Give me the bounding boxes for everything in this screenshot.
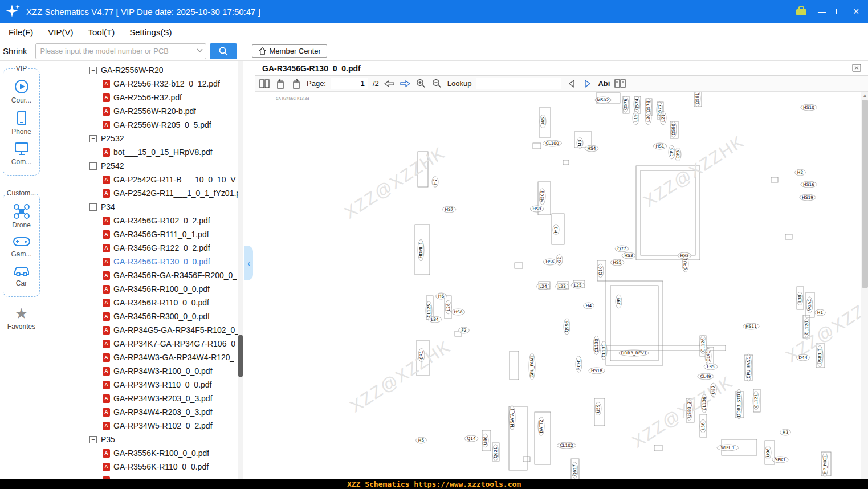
rotate-left-icon[interactable] (275, 78, 286, 89)
tree-scrollbar-thumb[interactable] (238, 335, 243, 377)
svg-text:CP3: CP3 (675, 150, 680, 159)
svg-text:CPU_FAN1: CPU_FAN1 (746, 357, 751, 378)
pdf-file-icon: A (103, 422, 110, 430)
svg-text:BATT2: BATT2 (539, 419, 544, 433)
zoom-out-icon[interactable] (431, 78, 443, 89)
tree-file[interactable]: AGA-R3456G-R122_0_2.pdf (43, 241, 255, 255)
sidebar-item-car[interactable]: Car (3, 264, 39, 287)
tree-group[interactable]: −P34 (43, 200, 255, 214)
component-label: DDR3_REV1 (619, 350, 649, 356)
document-tab[interactable]: GA-R3456G-R130_0_0.pdf (255, 64, 369, 73)
tree-group[interactable]: −P2542 (43, 159, 255, 173)
tree-file[interactable]: AGA-R2556W-R205_0_5.pdf (43, 118, 255, 132)
tree-file[interactable]: AGA-RP34W3-R203_0_3.pdf (43, 392, 255, 405)
menu-file[interactable]: File(F) (9, 27, 33, 37)
find-previous-icon[interactable] (566, 78, 577, 89)
component-label: L36 (700, 419, 706, 433)
tree-file[interactable]: AGA-RP34W3-R100_0_0.pdf (43, 364, 255, 378)
collapse-tree-handle[interactable]: ‹ (244, 246, 253, 280)
tree-file[interactable]: AGA-RP34W5-R102_0_2.pdf (43, 419, 255, 433)
zoom-in-icon[interactable] (415, 78, 427, 89)
tree-file[interactable]: AGA-RP34W3-GA-RP34W4-R120_ (43, 351, 255, 364)
tree-file[interactable]: AGA-R3456R-R110_0_0.pdf (43, 296, 255, 309)
search-input[interactable] (35, 43, 206, 59)
schematic-canvas[interactable]: GA-R3456G-R13.3d (255, 92, 861, 479)
two-page-view-icon[interactable] (259, 78, 270, 89)
svg-text:SPK1: SPK1 (775, 457, 786, 462)
svg-text:HS19: HS19 (802, 195, 813, 200)
tree-file[interactable]: AGA-R2556-R32.pdf (43, 91, 255, 104)
thumbnail-view-icon[interactable] (614, 78, 626, 89)
sidebar-item-favorites[interactable]: ★ Favorites (0, 306, 43, 331)
lookup-input[interactable] (476, 78, 561, 89)
chevron-down-icon[interactable] (197, 48, 203, 52)
tree-file[interactable]: AGA-R3456R-R100_0_0.pdf (43, 282, 255, 296)
pdf-scrollbar-thumb[interactable] (862, 100, 868, 288)
search-button[interactable] (210, 43, 237, 59)
svg-text:HS7: HS7 (445, 207, 453, 212)
close-button[interactable]: ✕ (847, 3, 865, 19)
collapse-node-icon[interactable]: − (89, 203, 97, 211)
component-label: CR1 (418, 348, 425, 361)
text-select-tool[interactable]: Abi (598, 79, 610, 88)
tree-file[interactable]: AGA-P2542G-R11___1_0_1_fYz01.p (43, 186, 255, 200)
svg-text:L25: L25 (574, 283, 582, 288)
briefcase-icon[interactable] (793, 3, 810, 19)
collapse-node-icon[interactable]: − (89, 162, 97, 170)
tree-file[interactable]: AGA-R3456R-R300_0_0.pdf (43, 309, 255, 323)
component-label: D44 (796, 354, 809, 361)
collapse-node-icon[interactable]: − (89, 67, 97, 74)
menu-settings[interactable]: Settings(S) (129, 27, 172, 37)
component-label: HS1 (653, 143, 666, 149)
scroll-up-arrow[interactable]: ▲ (861, 92, 868, 99)
search-toolbar: Shrink Member Center (0, 42, 868, 61)
tree-group[interactable]: −P2532 (43, 132, 255, 145)
tree-file[interactable]: AGA-RP34K7-GA-RP34G7-R106_0_ (43, 337, 255, 351)
tree-group[interactable]: −GA-R2556W-R20 (43, 63, 255, 77)
play-circle-icon (14, 79, 30, 95)
sidebar-item-computer[interactable]: Com... (3, 141, 39, 166)
collapse-node-icon[interactable]: − (89, 436, 97, 443)
close-document-icon[interactable] (852, 64, 861, 72)
tree-file[interactable]: AGA-RP34W4-R203_0_3.pdf (43, 405, 255, 419)
pdf-scrollbar[interactable]: ▲ (861, 92, 868, 479)
tree-file[interactable]: A (43, 474, 255, 479)
rotate-right-icon[interactable] (291, 78, 302, 89)
sidebar-item-course[interactable]: Cour... (3, 79, 39, 104)
tree-file[interactable]: AGA-R3456G-R130_0_0.pdf (43, 255, 255, 268)
tree-scrollbar[interactable] (238, 61, 243, 479)
previous-page-icon[interactable] (384, 78, 395, 89)
svg-text:Q574: Q574 (634, 99, 639, 110)
sidebar-item-drone[interactable]: Drone (3, 203, 39, 229)
tree-file[interactable]: AGA-RP34W3-R110_0_0.pdf (43, 378, 255, 392)
car-icon (13, 264, 31, 278)
member-center-button[interactable]: Member Center (252, 44, 327, 58)
svg-text:GA-R3456G-R13.3d: GA-R3456G-R13.3d (276, 96, 309, 100)
tree-file[interactable]: AGA-R3556K-R110_0_0.pdf (43, 460, 255, 474)
menu-tool[interactable]: Tool(T) (88, 27, 115, 37)
tree-file[interactable]: AGA-R3456R-GA-R3456F-R200_0_ (43, 268, 255, 282)
minimize-button[interactable]: — (813, 3, 830, 19)
collapse-node-icon[interactable]: − (89, 135, 97, 142)
tree-file[interactable]: AGA-R3556K-R100_0_0.pdf (43, 446, 255, 460)
sidebar-item-game[interactable]: Gam... (3, 235, 39, 258)
tree-file[interactable]: AGA-R2556W-R20-b.pdf (43, 104, 255, 118)
tree-file[interactable]: AGA-R3456G-R102_0_2.pdf (43, 214, 255, 227)
maximize-button[interactable] (830, 3, 847, 19)
svg-text:CL41: CL41 (706, 351, 711, 361)
tree-group[interactable]: −P35 (43, 433, 255, 446)
sidebar-item-phone[interactable]: Phone (3, 110, 39, 136)
tree-file[interactable]: AGA-R3456G-R111_0_1.pdf (43, 227, 255, 241)
tree-file[interactable]: AGA-P2542G-R11-B___10_0_10_V (43, 173, 255, 186)
find-next-icon[interactable] (582, 78, 593, 89)
svg-text:Q617: Q617 (572, 464, 577, 476)
menu-vip[interactable]: VIP(V) (48, 27, 73, 37)
tree-file[interactable]: Abot___15_0_15_HRpV8.pdf (43, 145, 255, 159)
tree-file[interactable]: AGA-RP34G5-GA-RP34F5-R102_0_ (43, 323, 255, 337)
page-number-input[interactable] (331, 78, 368, 89)
svg-text:DDR3_REV1: DDR3_REV1 (621, 351, 646, 356)
pdf-file-icon: A (103, 244, 110, 252)
shrink-button[interactable]: Shrink (0, 46, 31, 56)
next-page-icon[interactable] (400, 78, 411, 89)
tree-file[interactable]: AGA-R2556-R32-b12_0_12.pdf (43, 77, 255, 91)
